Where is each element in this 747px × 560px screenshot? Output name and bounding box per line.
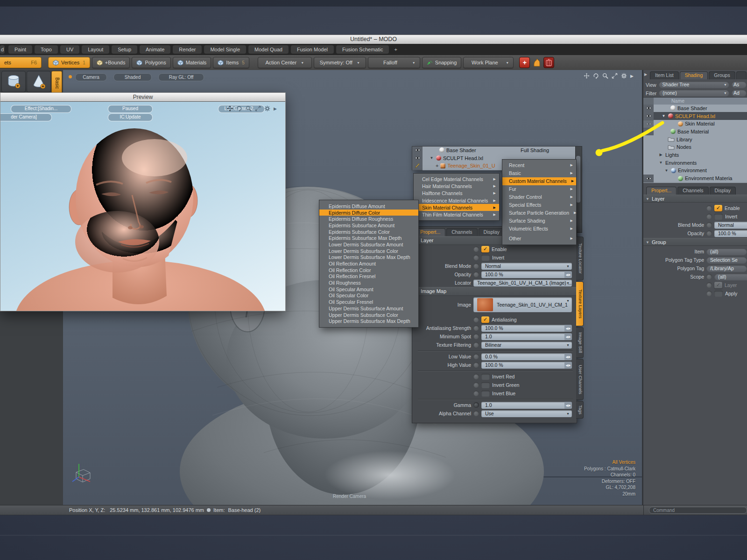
channel-dot[interactable] [473,317,479,322]
add-item-button[interactable]: + [519,57,530,68]
filter-dropdown[interactable]: (none)▼ [659,90,729,97]
enable-checkbox[interactable]: ✓ [714,205,722,211]
shading-mode-cell[interactable]: Full Shading [521,147,576,153]
menu-item[interactable]: Special Effects▶ [502,201,576,209]
layout-tab-fragment[interactable]: d [0,45,5,54]
menu-item[interactable]: Oil Specular Fresnel [319,299,418,305]
tab-shading[interactable]: Shading [680,71,708,79]
channel-dot[interactable] [473,272,479,277]
tree-row-library[interactable]: Library [643,136,747,144]
stepper-icon[interactable]: ◀▶ [564,362,572,369]
menu-item[interactable]: Surface Shading▶ [502,217,576,224]
channel-dot[interactable] [706,282,712,288]
menu-item[interactable]: Epidermis Diffuse Color [319,210,418,216]
tab-properties[interactable]: Propert... [646,187,677,195]
alpha-channel-dropdown[interactable]: Use▼ [481,410,572,417]
menu-item[interactable]: Volumetric Effects▶ [502,224,576,232]
antialiasing-checkbox[interactable]: ✓ [481,316,489,323]
pan-icon[interactable] [584,73,590,79]
menu-item[interactable]: Lower Dermis Subsurface Max Depth [319,254,418,261]
tree-row-base-shader[interactable]: Base Shader [643,105,747,112]
polygons-mode-button[interactable]: Polygons [132,57,170,68]
menu-item[interactable]: Lower Dermis Subsurface Color [319,248,418,254]
polygon-tag-type-dropdown[interactable]: Selection Se [706,257,747,264]
scrollbar-thumb[interactable] [576,156,580,203]
preview-effect-button[interactable]: Effect:[Shadin... [11,105,71,113]
tree-row-base-shader[interactable]: Base Shader Full Shading [412,147,576,154]
apply-checkbox[interactable] [714,291,723,297]
tab-texture-locator[interactable]: Texture Locator [576,237,584,280]
basic-tab-vertical[interactable]: Basic [51,71,62,95]
tab-channels[interactable]: Channels [677,187,708,195]
stepper-icon[interactable]: ◀▶ [564,271,572,278]
enable-checkbox[interactable]: ✓ [481,246,489,252]
channel-dot[interactable] [473,334,479,339]
red-cage-icon[interactable] [543,57,554,68]
section-image-map[interactable]: Image Map [412,287,577,296]
tree-row-nodes[interactable]: Nodes [643,143,747,151]
section-layer[interactable]: ▼Layer [643,195,747,203]
blend-mode-dropdown[interactable]: Normal [714,222,747,229]
opacity-field[interactable]: 100.0 % [714,230,747,237]
tree-row-skin-material[interactable]: Skin Material [643,120,747,128]
invert-red-checkbox[interactable] [481,374,490,380]
layout-tab[interactable]: Render [173,45,202,54]
menu-item[interactable]: Oil Specular Color [319,293,418,299]
stepper-icon[interactable]: ◀▶ [564,402,572,409]
menu-item[interactable]: Halftone Channels▶ [414,190,499,197]
action-center-dropdown[interactable]: Action Center▼ [258,57,312,68]
visibility-eye-icon[interactable] [646,106,652,110]
stepper-icon[interactable]: ◀▶ [564,353,572,360]
tab-texture-layers[interactable]: Texture Layers [576,281,584,326]
layout-tab[interactable]: Model Single [204,45,246,54]
panel-expand-arrow-icon[interactable]: ▶ [274,106,277,111]
panel-expand-arrow-icon[interactable]: ▶ [630,74,634,78]
orange-horse-icon[interactable] [532,57,542,68]
menu-item[interactable]: Oil Specular Amount [319,286,418,293]
layout-tab[interactable]: Setup [112,45,137,54]
cylinder-tool-button[interactable] [1,71,26,92]
channel-dot[interactable] [473,382,479,388]
snapping-button[interactable]: Snapping [422,57,462,68]
menu-item[interactable]: Custom Material Channels▶ [502,177,576,185]
viewport-raygl-button[interactable]: Ray GL: Off [158,73,204,81]
texture-filtering-dropdown[interactable]: Bilinear▼ [481,342,572,349]
channel-dot[interactable] [706,222,712,228]
pan-icon[interactable] [227,105,233,112]
menu-item[interactable]: Oil Reflection Fresnel [319,273,418,280]
collapse-arrow-icon[interactable]: ▶ [644,72,647,77]
work-plane-dropdown[interactable]: Work Plane▼ [463,57,514,68]
layout-tab[interactable]: Fusion Model [291,45,334,54]
expand-arrow-icon[interactable]: ▼ [661,114,666,118]
tree-row-lights[interactable]: ▶Lights [643,151,747,159]
polygon-tag-dropdown[interactable]: /Library/Ap [706,265,747,272]
channel-dot[interactable] [706,205,712,211]
channel-dot[interactable] [473,391,479,396]
tab-image-still[interactable]: Image Still [576,327,584,358]
menu-item[interactable]: Oil Reflection Color [319,267,418,273]
menu-item[interactable]: Cel Edge Material Channels▶ [414,175,499,182]
item-dropdown[interactable]: (all) [706,248,747,255]
channel-dot[interactable] [473,263,479,269]
falloff-dropdown[interactable]: Falloff▼ [368,57,420,68]
tab-groups[interactable]: Groups [709,71,735,79]
tab-item-list[interactable]: Item List [650,71,679,79]
preview-camera-button[interactable]: der Camera] [0,113,52,121]
layout-tab[interactable]: Layout [82,45,109,54]
tree-row-sculpt-head[interactable]: ▼SCULPT Head.lxl [643,112,747,120]
expand-arrow-icon[interactable]: ▶ [658,153,663,157]
rotate-icon[interactable] [236,105,242,112]
blend-mode-dropdown[interactable]: Normal▼ [481,263,572,270]
channel-dot[interactable] [706,214,712,219]
menu-item[interactable]: Thin Film Material Channels▶ [414,211,499,218]
tree-row-environment-material[interactable]: Environment Materia [643,175,747,182]
bounds-mode-button[interactable]: +Bounds [92,57,130,68]
layered-checkbox-disabled[interactable]: ✓ [714,282,722,288]
gear-icon[interactable] [264,105,270,112]
viewport-camera-button[interactable]: Camera [75,73,107,81]
menu-item[interactable]: Skin Material Channels▶ [414,204,499,211]
tab-partial[interactable] [736,71,747,79]
tab-display[interactable]: Display [479,228,505,236]
vertices-mode-button[interactable]: Vertices1 [48,57,90,68]
presets-button[interactable]: ets F6 [0,57,42,68]
